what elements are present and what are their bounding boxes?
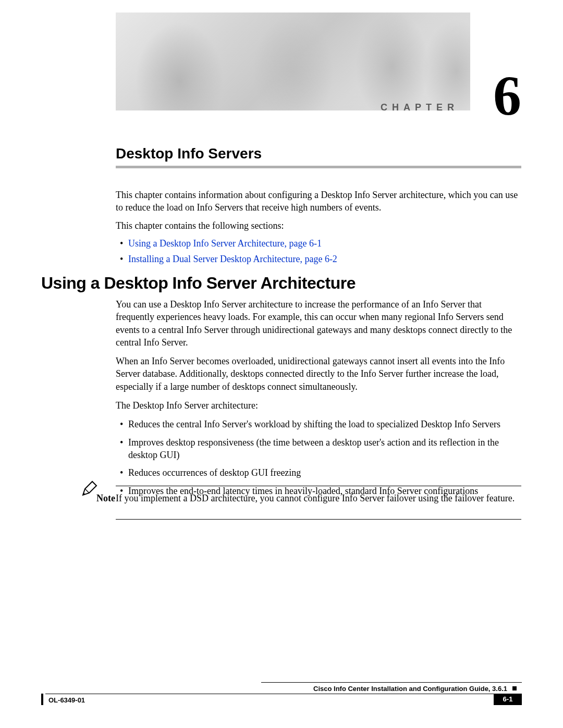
footer-left-bar bbox=[41, 694, 43, 705]
section-paragraph-2: When an Info Server becomes overloaded, … bbox=[116, 355, 521, 393]
section-heading: Using a Desktop Info Server Architecture bbox=[41, 272, 356, 294]
section-paragraph-1: You can use a Desktop Info Server archit… bbox=[116, 298, 521, 349]
bullet-item: Reduces the central Info Server's worklo… bbox=[116, 418, 521, 430]
chapter-label: CHAPTER bbox=[381, 101, 459, 114]
bullet-item: Reduces occurrences of desktop GUI freez… bbox=[116, 466, 521, 479]
chapter-number: 6 bbox=[493, 68, 521, 124]
footer-guide-title: Cisco Info Center Installation and Confi… bbox=[313, 684, 507, 694]
footer-rule-long bbox=[45, 694, 494, 694]
intro-paragraph-1: This chapter contains information about … bbox=[116, 189, 521, 214]
document-page: CHAPTER 6 Desktop Info Servers This chap… bbox=[0, 0, 563, 728]
page-footer: Cisco Info Center Installation and Confi… bbox=[41, 682, 522, 710]
chapter-intro: This chapter contains information about … bbox=[116, 189, 521, 268]
note-rule-bottom bbox=[116, 519, 521, 520]
footer-doc-number: OL-6349-01 bbox=[48, 696, 85, 705]
toc-list: Using a Desktop Info Server Architecture… bbox=[116, 237, 521, 266]
pencil-icon bbox=[81, 479, 99, 497]
note-rule-top bbox=[116, 486, 521, 486]
chapter-title: Desktop Info Servers bbox=[116, 144, 262, 164]
toc-link-1[interactable]: Using a Desktop Info Server Architecture… bbox=[128, 238, 322, 249]
footer-page-number: 6-1 bbox=[494, 694, 522, 705]
footer-rule bbox=[261, 682, 522, 683]
note-text: If you implement a DSD architecture, you… bbox=[116, 492, 521, 504]
bullet-item: Improves desktop responsiveness (the tim… bbox=[116, 436, 521, 462]
section-paragraph-3: The Desktop Info Server architecture: bbox=[116, 399, 521, 412]
note-label: Note bbox=[96, 492, 115, 504]
toc-link-2[interactable]: Installing a Dual Server Desktop Archite… bbox=[128, 254, 337, 264]
toc-item: Installing a Dual Server Desktop Archite… bbox=[116, 253, 521, 265]
section-body: You can use a Desktop Info Server archit… bbox=[116, 298, 521, 502]
intro-paragraph-2: This chapter contains the following sect… bbox=[116, 219, 521, 232]
chapter-banner-image bbox=[116, 13, 470, 110]
footer-dot bbox=[512, 686, 517, 690]
title-rule bbox=[116, 166, 521, 168]
toc-item: Using a Desktop Info Server Architecture… bbox=[116, 237, 521, 250]
